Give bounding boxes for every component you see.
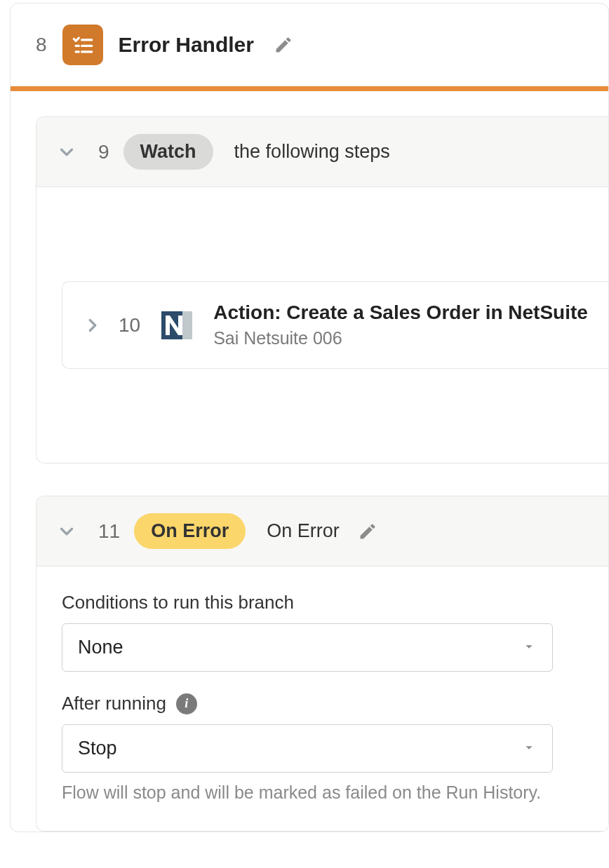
after-running-value: Stop <box>78 738 117 759</box>
chevron-down-icon[interactable] <box>56 142 77 163</box>
action-card[interactable]: 10 Action: Create a Sales Order in NetSu… <box>62 281 608 369</box>
on-error-section-body: Conditions to run this branch None After… <box>36 567 608 831</box>
info-icon[interactable]: i <box>176 693 197 714</box>
caret-down-icon <box>521 740 537 758</box>
after-running-field: After running i Stop Flow will stop and … <box>62 693 594 803</box>
on-error-description: On Error <box>267 520 340 542</box>
edit-title-button[interactable] <box>274 35 293 55</box>
step-number-8: 8 <box>36 34 47 56</box>
step-number-10: 10 <box>119 314 140 337</box>
error-handler-icon <box>62 25 103 65</box>
watch-section-body: 10 Action: Create a Sales Order in NetSu… <box>36 187 608 463</box>
conditions-label: Conditions to run this branch <box>62 592 294 613</box>
edit-on-error-button[interactable] <box>358 522 377 541</box>
netsuite-icon <box>156 304 198 346</box>
conditions-value: None <box>78 637 123 658</box>
after-running-label: After running <box>62 693 166 714</box>
accent-bar <box>11 86 608 91</box>
after-running-select[interactable]: Stop <box>62 724 553 773</box>
on-error-section-header[interactable]: 11 On Error On Error <box>36 496 608 567</box>
step-number-11: 11 <box>98 520 120 543</box>
chevron-down-icon[interactable] <box>56 521 77 542</box>
conditions-select[interactable]: None <box>62 623 553 672</box>
card-title: Error Handler <box>119 33 254 57</box>
caret-down-icon <box>521 639 537 657</box>
action-title: Action: Create a Sales Order in NetSuite <box>213 301 588 324</box>
after-running-helper: Flow will stop and will be marked as fai… <box>62 782 594 803</box>
watch-pill: Watch <box>123 134 213 170</box>
chevron-right-icon[interactable] <box>82 315 103 336</box>
action-text: Action: Create a Sales Order in NetSuite… <box>213 301 588 348</box>
watch-section-header[interactable]: 9 Watch the following steps <box>36 117 608 187</box>
on-error-pill: On Error <box>134 513 246 549</box>
conditions-field: Conditions to run this branch None <box>62 592 594 672</box>
on-error-section: 11 On Error On Error Conditions to run t… <box>36 496 608 832</box>
step-number-9: 9 <box>98 141 109 163</box>
watch-description: the following steps <box>234 141 390 163</box>
card-header: 8 Error Handler <box>11 4 608 86</box>
watch-section: 9 Watch the following steps 10 <box>36 116 608 463</box>
error-handler-card: 8 Error Handler 9 <box>10 3 609 832</box>
action-subtitle: Sai Netsuite 006 <box>213 328 588 348</box>
